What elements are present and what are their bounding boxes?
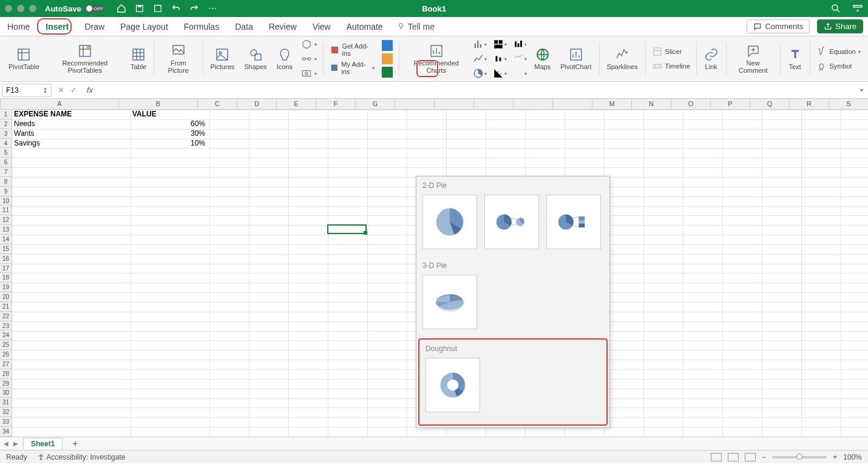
hierarchy-chart-button[interactable]: ▾ xyxy=(493,39,507,50)
cell-B3[interactable]: 30% xyxy=(131,129,207,138)
col-header-[interactable] xyxy=(474,99,514,109)
symbol-button[interactable]: Symbol xyxy=(816,61,860,72)
recommended-pivot-button[interactable]: Recommended PivotTables xyxy=(44,38,126,80)
row-header-26[interactable]: 26 xyxy=(0,350,12,360)
models-3d-button[interactable]: ▾ xyxy=(301,39,317,50)
my-addins-button[interactable]: My Add-ins▾ xyxy=(330,61,375,75)
redo-icon[interactable] xyxy=(189,4,199,13)
zoom-slider[interactable] xyxy=(772,456,827,458)
cell-A1[interactable]: EXPENSE NAME xyxy=(12,110,131,119)
icons-button[interactable]: Icons xyxy=(272,38,297,80)
col-header-[interactable] xyxy=(553,99,592,109)
spreadsheet-grid[interactable]: ABCDEFGMNOPQRS 1234567891011121314151617… xyxy=(0,99,868,437)
view-normal-button[interactable] xyxy=(711,453,722,461)
row-header-33[interactable]: 33 xyxy=(0,417,12,427)
cell-A4[interactable]: Savings xyxy=(12,139,131,148)
pivottable-button[interactable]: PivotTable xyxy=(4,38,44,80)
zoom-level[interactable]: 100% xyxy=(843,453,862,461)
comments-button[interactable]: Comments xyxy=(747,19,810,33)
sheet-nav-next[interactable]: ▶ xyxy=(13,440,18,447)
row-header-1[interactable]: 1 xyxy=(0,110,12,119)
recommended-charts-button[interactable]: Recommended Charts xyxy=(402,38,470,80)
row-header-8[interactable]: 8 xyxy=(0,177,12,187)
row-header-15[interactable]: 15 xyxy=(0,244,12,254)
get-addins-button[interactable]: Get Add-ins xyxy=(330,42,375,57)
tab-insert[interactable]: Insert xyxy=(43,19,71,34)
col-header-F[interactable]: F xyxy=(316,99,356,109)
new-comment-button[interactable]: New Comment xyxy=(729,38,778,80)
tab-view[interactable]: View xyxy=(310,19,333,34)
row-header-21[interactable]: 21 xyxy=(0,302,12,312)
row-header-14[interactable]: 14 xyxy=(0,235,12,244)
row-header-11[interactable]: 11 xyxy=(0,206,12,215)
row-header-28[interactable]: 28 xyxy=(0,369,12,379)
autosave-toggle[interactable]: AutoSave OFF xyxy=(45,4,104,13)
row-header-24[interactable]: 24 xyxy=(0,330,12,340)
col-header-N[interactable]: N xyxy=(632,99,671,109)
enter-icon[interactable]: ✓ xyxy=(70,85,77,95)
row-header-7[interactable]: 7 xyxy=(0,167,12,177)
cancel-icon[interactable]: ✕ xyxy=(58,85,64,95)
col-header-B[interactable]: B xyxy=(119,99,198,109)
table-button[interactable]: Table xyxy=(126,38,151,80)
row-header-6[interactable]: 6 xyxy=(0,158,12,167)
tab-review[interactable]: Review xyxy=(266,19,299,34)
row-header-17[interactable]: 17 xyxy=(0,264,12,273)
col-header-[interactable] xyxy=(514,99,553,109)
share-button[interactable]: Share xyxy=(817,19,863,33)
pie-3d-option[interactable] xyxy=(422,275,477,329)
cell-B2[interactable]: 60% xyxy=(131,119,207,129)
col-header-C[interactable]: C xyxy=(198,99,237,109)
row-header-31[interactable]: 31 xyxy=(0,398,12,407)
scatter-chart-button[interactable]: ▾ xyxy=(493,68,507,79)
row-header-29[interactable]: 29 xyxy=(0,379,12,389)
name-box[interactable]: F13 ▲▼ xyxy=(2,84,52,97)
pictures-button[interactable]: Pictures xyxy=(206,38,240,80)
search-icon[interactable] xyxy=(830,3,841,14)
shapes-button[interactable]: Shapes xyxy=(239,38,271,80)
link-button[interactable]: Link xyxy=(699,38,724,80)
cell-A2[interactable]: Needs xyxy=(12,119,131,129)
row-header-10[interactable]: 10 xyxy=(0,196,12,206)
row-header-22[interactable]: 22 xyxy=(0,312,12,321)
view-page-break-button[interactable] xyxy=(745,453,756,461)
row-header-13[interactable]: 13 xyxy=(0,225,12,235)
column-chart-button[interactable]: ▾ xyxy=(473,39,487,50)
equation-button[interactable]: Equation▾ xyxy=(816,46,860,57)
toggle-switch[interactable]: OFF xyxy=(85,4,104,13)
doughnut-option[interactable] xyxy=(426,358,480,412)
col-header-R[interactable]: R xyxy=(790,99,829,109)
close-dot[interactable] xyxy=(5,5,12,12)
save-icon[interactable] xyxy=(135,4,144,13)
screenshot-button[interactable]: ▾ xyxy=(301,68,317,79)
col-header-O[interactable]: O xyxy=(671,99,711,109)
sheet-tab-active[interactable]: Sheet1 xyxy=(23,438,63,449)
cell-B1[interactable]: VALUE xyxy=(131,110,209,119)
tab-data[interactable]: Data xyxy=(232,19,256,34)
row-header-3[interactable]: 3 xyxy=(0,129,12,139)
combo-chart-button[interactable]: ▾ xyxy=(513,53,527,64)
row-header-25[interactable]: 25 xyxy=(0,340,12,350)
line-chart-button[interactable]: ▾ xyxy=(473,53,487,64)
name-box-spinner[interactable]: ▲▼ xyxy=(43,87,47,94)
formula-expand[interactable]: ▼ xyxy=(859,87,868,93)
bar-of-pie-option[interactable] xyxy=(546,195,601,249)
pie-of-pie-option[interactable] xyxy=(484,195,539,249)
tab-home[interactable]: Home xyxy=(5,19,32,34)
col-header-[interactable] xyxy=(395,99,435,109)
col-header-E[interactable]: E xyxy=(277,99,316,109)
sparklines-button[interactable]: Sparklines xyxy=(602,38,642,80)
radar-chart-button[interactable]: ▾ xyxy=(513,68,527,79)
row-header-12[interactable]: 12 xyxy=(0,215,12,225)
row-header-16[interactable]: 16 xyxy=(0,254,12,264)
view-page-layout-button[interactable] xyxy=(728,453,739,461)
add-sheet-button[interactable]: + xyxy=(67,438,83,449)
tab-draw[interactable]: Draw xyxy=(82,19,107,34)
undo-icon[interactable] xyxy=(171,4,181,13)
status-accessibility[interactable]: Accessibility: Investigate xyxy=(37,453,126,461)
home-icon[interactable] xyxy=(117,4,126,13)
people-graph-icon[interactable] xyxy=(382,53,393,64)
col-header-[interactable] xyxy=(435,99,474,109)
zoom-out-button[interactable]: − xyxy=(762,453,766,461)
row-header-4[interactable]: 4 xyxy=(0,139,12,149)
